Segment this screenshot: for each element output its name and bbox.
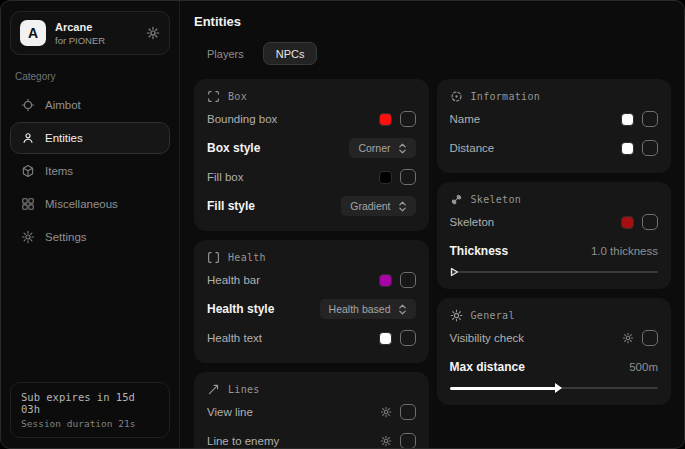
setting-row-max-distance: Max distance 500m [450, 354, 659, 380]
card-title: Health [228, 252, 266, 263]
sidebar-item-label: Aimbot [45, 99, 81, 111]
category-label: Category [15, 71, 165, 82]
color-swatch[interactable] [379, 171, 392, 184]
color-swatch[interactable] [621, 113, 634, 126]
thickness-slider[interactable] [450, 267, 659, 277]
setting-row-fill-style: Fill style Gradient [207, 193, 416, 219]
bone-icon [450, 193, 463, 206]
gear-icon[interactable] [622, 332, 634, 344]
card-title: Lines [228, 384, 260, 395]
tab-players[interactable]: Players [194, 42, 257, 65]
checkbox[interactable] [642, 111, 658, 127]
card-title: General [471, 310, 515, 321]
setting-row-box-style: Box style Corner [207, 135, 416, 161]
setting-row-fill-box: Fill box [207, 164, 416, 190]
checkbox[interactable] [400, 272, 416, 288]
checkbox[interactable] [642, 214, 658, 230]
session-duration-text: Session duration 21s [21, 418, 159, 429]
setting-row-bounding-box: Bounding box [207, 106, 416, 132]
sub-expiry-text: Sub expires in 15d 03h [21, 391, 159, 415]
checkbox[interactable] [400, 111, 416, 127]
color-swatch[interactable] [621, 142, 634, 155]
sidebar: A Arcane for PIONER Category Aim [1, 1, 180, 448]
cube-icon [21, 164, 35, 178]
slider-fill [450, 387, 556, 390]
card-health: Health Health bar Health style Health ba… [194, 240, 429, 363]
brackets-icon [207, 251, 220, 264]
card-title: Information [471, 91, 541, 102]
tab-npcs[interactable]: NPCs [263, 42, 318, 65]
grid-icon [21, 197, 35, 211]
slider-handle-icon[interactable] [450, 267, 459, 277]
sidebar-item-label: Items [45, 165, 73, 177]
person-icon [21, 131, 35, 145]
color-swatch[interactable] [379, 332, 392, 345]
sidebar-item-label: Settings [45, 231, 87, 243]
card-lines: Lines View line [194, 372, 429, 448]
sidebar-item-items[interactable]: Items [10, 155, 170, 187]
sidebar-item-label: Entities [45, 132, 83, 144]
card-title: Box [228, 91, 247, 102]
color-swatch[interactable] [379, 113, 392, 126]
color-swatch[interactable] [621, 216, 634, 229]
card-general: General Visibility check [437, 298, 672, 405]
crosshair-icon [21, 98, 35, 112]
setting-row-skeleton: Skeleton [450, 209, 659, 235]
brand-card: A Arcane for PIONER [10, 11, 170, 55]
setting-row-distance: Distance [450, 135, 659, 161]
sidebar-item-entities[interactable]: Entities [10, 122, 170, 154]
card-title: Skeleton [471, 194, 522, 205]
setting-row-health-bar: Health bar [207, 267, 416, 293]
max-distance-slider[interactable] [450, 383, 659, 393]
app-subtitle: for PIONER [55, 35, 105, 46]
box-style-dropdown[interactable]: Corner [349, 138, 415, 158]
sun-icon [450, 309, 463, 322]
diagonal-line-icon [207, 383, 220, 396]
color-swatch[interactable] [379, 274, 392, 287]
setting-row-visibility-check: Visibility check [450, 325, 659, 351]
app-window: A Arcane for PIONER Category Aim [0, 0, 685, 449]
sidebar-nav: Aimbot Entities Items [10, 89, 170, 253]
select-arrows-icon [398, 304, 407, 315]
thickness-value: 1.0 thickness [591, 245, 658, 257]
setting-row-health-style: Health style Health based [207, 296, 416, 322]
corners-icon [207, 90, 220, 103]
setting-row-health-text: Health text [207, 325, 416, 351]
checkbox[interactable] [400, 404, 416, 420]
select-arrows-icon [398, 201, 407, 212]
sidebar-item-miscellaneous[interactable]: Miscellaneous [10, 188, 170, 220]
main-panel: Entities Players NPCs Box [180, 1, 684, 448]
subscription-info: Sub expires in 15d 03h Session duration … [10, 382, 170, 438]
checkbox[interactable] [642, 140, 658, 156]
slider-arrow-handle[interactable] [555, 383, 562, 393]
scan-icon [450, 90, 463, 103]
setting-row-view-line: View line [207, 399, 416, 425]
checkbox[interactable] [400, 433, 416, 448]
app-logo: A [20, 20, 46, 46]
max-distance-value: 500m [629, 361, 658, 373]
card-skeleton: Skeleton Skeleton Thickness 1.0 thicknes… [437, 182, 672, 289]
page-title: Entities [194, 14, 671, 29]
fill-style-dropdown[interactable]: Gradient [341, 196, 415, 216]
setting-row-line-to-enemy: Line to enemy [207, 428, 416, 448]
select-arrows-icon [398, 143, 407, 154]
gear-icon[interactable] [380, 435, 392, 447]
card-box: Box Bounding box Box style Corner [194, 79, 429, 231]
tab-bar: Players NPCs [194, 42, 671, 65]
setting-row-name: Name [450, 106, 659, 132]
sidebar-item-settings[interactable]: Settings [10, 221, 170, 253]
checkbox[interactable] [400, 169, 416, 185]
health-style-dropdown[interactable]: Health based [320, 299, 416, 319]
sidebar-item-aimbot[interactable]: Aimbot [10, 89, 170, 121]
checkbox[interactable] [400, 330, 416, 346]
gear-icon[interactable] [146, 26, 160, 40]
card-information: Information Name Distance [437, 79, 672, 173]
checkbox[interactable] [642, 330, 658, 346]
app-title: Arcane [55, 21, 105, 33]
gear-icon[interactable] [380, 406, 392, 418]
sidebar-item-label: Miscellaneous [45, 198, 118, 210]
setting-row-thickness: Thickness 1.0 thickness [450, 238, 659, 264]
gear-icon [21, 230, 35, 244]
